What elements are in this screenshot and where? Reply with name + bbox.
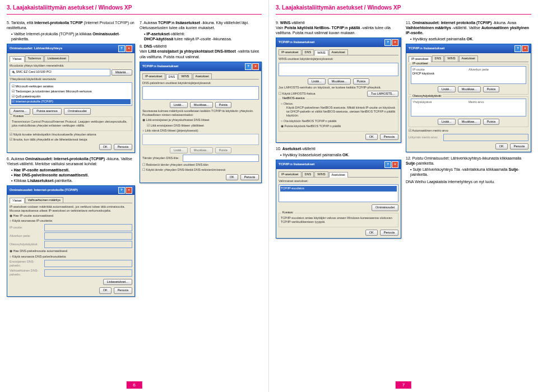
edit-button[interactable]: Muokkaa...: [458, 119, 481, 125]
auto-metric-checkbox[interactable]: Automaattinen metric-arvo: [409, 129, 528, 133]
tab-ip[interactable]: IP-asetukset: [279, 49, 302, 55]
add-button[interactable]: Lisää...: [308, 78, 326, 85]
tab-wins[interactable]: WINS: [314, 171, 328, 177]
dns1-label: Ensisijainen DNS-palvelin:: [10, 260, 43, 268]
configure-button[interactable]: Määritä...: [112, 69, 132, 76]
tab-general[interactable]: Yleiset: [10, 198, 25, 203]
cancel-button[interactable]: Peruuta: [380, 134, 398, 140]
wins-list[interactable]: [279, 63, 398, 76]
edit-button[interactable]: Muokkaa...: [190, 102, 213, 108]
tab-dns[interactable]: DNS: [302, 171, 314, 177]
register-dns-checkbox[interactable]: Rekisteröi tämän yhteyden osoitteet DNS:…: [142, 163, 259, 167]
ip-settings-window: TCP/IP:n lisäasetukset ?× IP-asetukset D…: [406, 44, 531, 152]
list-item[interactable]: Internet-protokolla (TCP/IP): [11, 99, 131, 104]
ip-label: IP-osoite:: [10, 226, 43, 230]
window-buttons[interactable]: ?×: [384, 161, 398, 168]
edit-button[interactable]: Muokkaa...: [458, 86, 481, 92]
list-item[interactable]: Microsoft-verkkojen asiakas: [11, 84, 131, 89]
add-button: Lisää...: [170, 147, 188, 153]
window-buttons[interactable]: ?×: [118, 187, 132, 194]
properties-button[interactable]: Ominaisuudet: [372, 204, 398, 211]
list-item[interactable]: QoS-paketinajoitin: [11, 94, 131, 99]
window-buttons[interactable]: ?×: [514, 45, 528, 52]
tab-options[interactable]: Asetukset: [193, 73, 212, 79]
mask-field: [44, 232, 132, 240]
auto-ip-radio[interactable]: Hae IP-osoite automaattisesti: [10, 214, 132, 218]
cancel-button[interactable]: Peruuta: [114, 287, 132, 293]
static-ip-radio[interactable]: Käytä seuraavaa IP-osoitetta:: [10, 219, 132, 223]
page-number: 7: [396, 381, 411, 389]
cancel-button[interactable]: Peruuta: [510, 143, 528, 150]
static-dns-radio[interactable]: Käytä seuraavia DNS-palvelinosoitteita:: [10, 255, 132, 259]
window-buttons[interactable]: ?×: [118, 45, 132, 52]
advanced-button[interactable]: Lisäasetukset...: [103, 279, 132, 285]
add-button[interactable]: Lisää...: [438, 119, 456, 125]
add-button[interactable]: Lisää...: [170, 102, 188, 108]
tab-options[interactable]: Asetukset: [329, 172, 348, 178]
cancel-button[interactable]: Peruuta: [380, 230, 398, 236]
metric-label: Liittymän metric-arvo:: [409, 136, 442, 139]
tab-dns[interactable]: DNS: [302, 49, 314, 55]
step11-bullet: Hyväksy asetukset painamalla OK.: [410, 36, 531, 41]
auto-dns-radio[interactable]: Hae DNS-palvelinosoite automaattisesti: [10, 249, 132, 253]
dns-list[interactable]: [142, 86, 259, 100]
options-window: TCP/IP:n lisäasetukset ?× IP-asetukset D…: [276, 160, 401, 239]
uninstall-button[interactable]: Poista asennus: [33, 108, 62, 114]
cancel-button[interactable]: Peruuta: [114, 144, 132, 150]
lmhosts-desc: Jos LMHOSTS-seinhaku on käytössä, se kos…: [279, 86, 398, 90]
tab-wins[interactable]: WINS: [314, 50, 328, 55]
ok-button[interactable]: OK: [226, 174, 238, 180]
tab-options[interactable]: Asetukset: [459, 55, 478, 61]
remove-button[interactable]: Poista: [483, 86, 499, 92]
tab-ip[interactable]: IP-asetukset: [142, 73, 165, 79]
metric-field: [443, 134, 528, 141]
tab-dns[interactable]: DNS: [166, 74, 178, 80]
import-lmhosts-button[interactable]: Tuo LMHOSTS...: [367, 91, 398, 97]
use-suffix-checkbox[interactable]: Käytä tämän yhteyden DNS-liitettä DNS-re…: [142, 168, 259, 172]
remove-button[interactable]: Poista: [483, 119, 499, 125]
tab-wins[interactable]: WINS: [178, 73, 192, 79]
parent-suffix-checkbox[interactable]: Liitä ensisijaisen DNS-liitteen ylätilit…: [147, 124, 259, 128]
ok-button[interactable]: OK: [99, 287, 112, 293]
ip-desc: IP-asetukset voidaan määrittää automaatt…: [10, 205, 132, 213]
ok-button[interactable]: OK: [365, 230, 378, 236]
options-list[interactable]: TCP/IP-suodatus: [279, 184, 398, 202]
add-button[interactable]: Lisää...: [438, 86, 456, 92]
edit-button[interactable]: Muokkaa...: [328, 78, 351, 85]
components-list[interactable]: Microsoft-verkkojen asiakas Tiedostojen …: [10, 82, 132, 106]
tab-dns[interactable]: DNS: [432, 55, 444, 61]
tab-alternate[interactable]: Vaihtoehtoinen määritys: [25, 197, 64, 203]
tab-wins[interactable]: WINS: [444, 55, 458, 61]
window-title: Ominaisuudet: Internet-protokolla (TCP/I…: [10, 188, 78, 193]
cancel-button[interactable]: Peruuta: [240, 174, 259, 180]
these-dns-radio[interactable]: Liitä nämä DNS-liitteet (järjestyksessä)…: [142, 129, 259, 133]
suffix-field[interactable]: [183, 155, 259, 162]
tab-auth[interactable]: Todennus: [25, 55, 44, 61]
primary-dns-radio[interactable]: Liitä ensisijaiset ja yhteyskohtaiset DN…: [142, 118, 259, 122]
step8-text: 8. DNS-välilehti Vain Liitä ensisijaiset…: [140, 44, 262, 59]
ok-button[interactable]: OK: [495, 143, 508, 150]
tab-options[interactable]: Asetukset: [329, 49, 348, 55]
suffix-list[interactable]: [142, 134, 259, 145]
netbios-disable-radio[interactable]: Poista käytöstä NetBIOS TCP/IP:n päällä: [281, 124, 396, 128]
list-item[interactable]: Tiedostojen ja tulostimien jakaminen Mic…: [11, 89, 131, 94]
window-buttons[interactable]: ?×: [244, 63, 259, 70]
remove-button[interactable]: Poista: [215, 102, 231, 108]
tab-advanced[interactable]: Lisäasetukset: [44, 55, 69, 61]
tab-general[interactable]: Yleiset: [10, 56, 25, 62]
properties-button[interactable]: Ominaisuudet: [64, 108, 91, 114]
remove-button: Poista: [215, 147, 231, 153]
notify-checkbox[interactable]: Ilmoita, kun tällä yhteydellä ei ole läh…: [10, 138, 132, 142]
gateway-list[interactable]: YhdyskäytäväMetric-arvo: [411, 99, 526, 116]
netbios-enable-radio[interactable]: Ota käyttöön NetBIOS TCP/IP:n päällä: [281, 119, 396, 123]
ok-button[interactable]: OK: [99, 144, 112, 150]
remove-button[interactable]: Poista: [353, 78, 369, 85]
tab-ip[interactable]: IP-asetukset: [279, 171, 302, 177]
window-buttons[interactable]: ?×: [384, 39, 398, 46]
lmhosts-checkbox[interactable]: Käytä LMHOSTS-hakua: [279, 92, 366, 96]
netbios-default-radio[interactable]: Oletus: Käytä DHCP-palvelimen NetBIOS-as…: [281, 102, 396, 118]
ip-addr-list[interactable]: IP-osoiteAliverkon peite DHCP käytössä: [411, 66, 526, 84]
list-item[interactable]: TCP/IP-suodatus: [280, 186, 397, 191]
show-icon-checkbox[interactable]: Näytä kuvake tehtäväpalkin ilmoitusaluee…: [10, 133, 132, 137]
ok-button[interactable]: OK: [365, 134, 378, 140]
